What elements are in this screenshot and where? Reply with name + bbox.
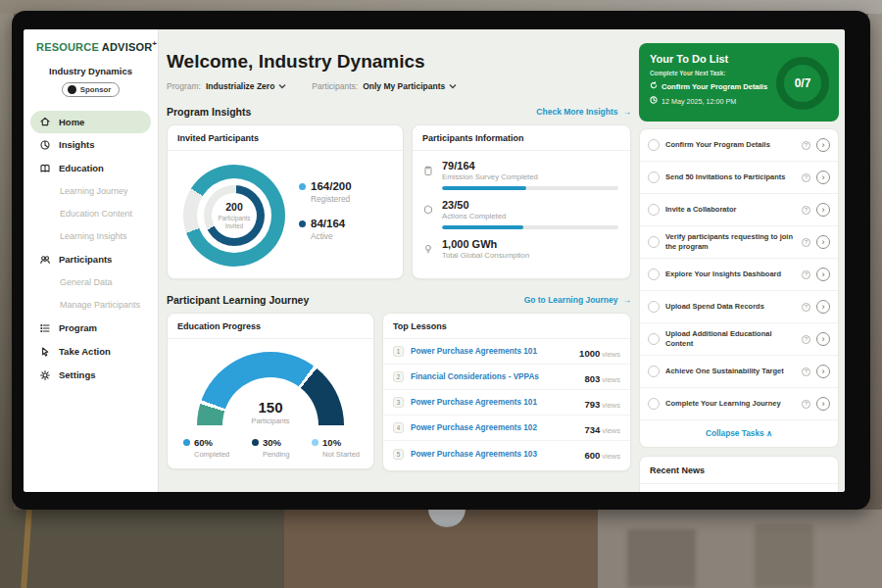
chevron-right-icon[interactable]: › <box>816 235 830 249</box>
task-row[interactable]: Verify participants requesting to join t… <box>640 226 838 259</box>
donut-center: 200 Participants Invited <box>183 165 285 267</box>
legend-item-not-started: 10% Not Started <box>312 437 360 459</box>
task-row[interactable]: Invite a Collaborator ? › <box>640 194 838 226</box>
hexagon-icon <box>422 199 435 229</box>
task-row[interactable]: Complete Your Learning Journey ? › <box>640 388 838 420</box>
task-row[interactable]: Upload Spend Data Records ? › <box>640 291 838 323</box>
sidebar-item-learning-insights[interactable]: Learning Insights <box>24 225 158 248</box>
sidebar-item-education[interactable]: Education <box>24 157 158 180</box>
info-icon[interactable]: ? <box>802 206 810 215</box>
metric-global-consumption: 1,000 GWh Total Global Consumption <box>422 238 618 260</box>
info-icon[interactable]: ? <box>802 400 810 409</box>
task-label: Upload Additional Educational Content <box>665 329 796 349</box>
chevron-right-icon[interactable]: › <box>816 171 830 184</box>
chevron-right-icon[interactable]: › <box>816 332 830 346</box>
chevron-right-icon[interactable]: › <box>816 365 830 378</box>
lesson-link[interactable]: Power Purchase Agreements 102 <box>411 423 577 432</box>
task-label: Verify participants requesting to join t… <box>665 232 796 252</box>
card-title: Participants Information <box>413 125 630 151</box>
sidebar-item-learning-journey[interactable]: Learning Journey <box>24 180 158 203</box>
info-icon[interactable]: ? <box>802 335 810 344</box>
chevron-right-icon[interactable]: › <box>816 397 830 411</box>
task-row[interactable]: Send 50 Invitations to Participants ? › <box>640 162 838 194</box>
lesson-link[interactable]: Power Purchase Agreements 103 <box>411 450 577 459</box>
lesson-link[interactable]: Power Purchase Agreements 101 <box>411 398 577 407</box>
todo-next-task[interactable]: Confirm Your Program Details <box>650 81 770 91</box>
sidebar-item-settings[interactable]: Settings <box>24 364 158 387</box>
todo-column: Your To Do List Complete Your Next Task:… <box>639 29 839 492</box>
card-title: Invited Participants <box>168 125 403 151</box>
task-checkbox[interactable] <box>648 333 660 345</box>
lesson-rank: 2 <box>393 371 404 382</box>
chevron-right-icon[interactable]: › <box>816 268 830 281</box>
task-checkbox[interactable] <box>648 366 660 377</box>
chevron-right-icon[interactable]: › <box>816 138 830 152</box>
task-checkbox[interactable] <box>648 204 660 216</box>
sidebar-item-label: Settings <box>59 369 95 380</box>
gauge-legend: 60% Completed 30% Pending 10% Not Starte… <box>168 425 373 459</box>
lesson-link[interactable]: Power Purchase Agreements 101 <box>411 347 572 356</box>
legend-value: 60% <box>194 437 213 448</box>
chevron-right-icon[interactable]: › <box>816 203 830 217</box>
org-name: Industry Dynamics <box>24 66 158 76</box>
invited-participants-card: Invited Participants 200 Particip <box>167 124 404 279</box>
sidebar-item-participants[interactable]: Participants <box>24 248 158 271</box>
todo-summary-panel: Your To Do List Complete Your Next Task:… <box>639 43 839 122</box>
sidebar-item-insights[interactable]: Insights <box>24 133 158 157</box>
task-row[interactable]: Upload Additional Educational Content ? … <box>640 323 838 356</box>
task-row[interactable]: Confirm Your Program Details ? › <box>640 129 838 162</box>
lesson-link[interactable]: Financial Considerations - VPPAs <box>411 372 577 381</box>
info-icon[interactable]: ? <box>802 141 810 150</box>
task-checkbox[interactable] <box>648 236 660 248</box>
sidebar-item-program[interactable]: Program <box>24 317 158 340</box>
info-icon[interactable]: ? <box>802 238 810 247</box>
info-icon[interactable]: ? <box>802 173 810 182</box>
lesson-views: 1000 <box>579 348 600 359</box>
check-more-insights-link[interactable]: Check More Insights → <box>536 107 631 117</box>
task-checkbox[interactable] <box>648 172 660 183</box>
task-checkbox[interactable] <box>648 139 660 151</box>
learning-cards-row: Education Progress 150 Participants <box>167 313 631 471</box>
sidebar-item-education-content[interactable]: Education Content <box>24 203 158 225</box>
card-title: Top Lessons <box>383 314 630 339</box>
participants-filter-dropdown[interactable]: Only My Participants <box>363 81 457 91</box>
collapse-tasks-link[interactable]: Collapse Tasks ∧ <box>640 420 838 447</box>
metric-label: Emission Survey Completed <box>442 172 618 181</box>
info-icon[interactable]: ? <box>802 368 810 376</box>
sidebar-item-home[interactable]: Home <box>30 111 151 133</box>
legend-value: 10% <box>322 437 341 448</box>
task-checkbox[interactable] <box>648 301 660 313</box>
go-to-learning-journey-link[interactable]: Go to Learning Journey → <box>524 295 631 305</box>
task-row[interactable]: Explore Your Insights Dashboard ? › <box>640 259 838 291</box>
task-label: Achieve One Sustainability Target <box>665 367 796 376</box>
legend-dot <box>312 439 318 446</box>
participants-information-card: Participants Information 79/164 Emission… <box>412 124 631 279</box>
todo-title: Your To Do List <box>650 53 770 65</box>
metric-label: Total Global Consumption <box>442 251 618 260</box>
bulb-icon <box>422 238 435 260</box>
sidebar-item-general-data[interactable]: General Data <box>24 271 158 294</box>
list-icon <box>38 321 51 334</box>
info-icon[interactable]: ? <box>802 303 810 312</box>
background-band-left <box>0 510 284 588</box>
sidebar-item-take-action[interactable]: Take Action <box>24 340 158 364</box>
legend-label: Active <box>311 231 352 241</box>
sidebar-item-manage-participants[interactable]: Manage Participants <box>24 294 158 317</box>
legend-value: 164/200 <box>311 180 352 192</box>
task-row[interactable]: Achieve One Sustainability Target ? › <box>640 356 838 388</box>
legend-label: Pending <box>263 450 290 459</box>
refresh-icon <box>650 81 658 91</box>
chevron-right-icon[interactable]: › <box>816 300 830 314</box>
sponsor-icon <box>68 85 76 94</box>
section-title: Participant Learning Journey <box>167 294 309 306</box>
program-filter-dropdown[interactable]: Industrialize Zero <box>206 81 286 91</box>
main-area: Welcome, Industry Dynamics Program: Indu… <box>159 29 845 492</box>
gear-icon <box>38 368 51 381</box>
program-filter-value: Industrialize Zero <box>206 81 274 91</box>
task-checkbox[interactable] <box>648 269 660 280</box>
info-icon[interactable]: ? <box>802 270 810 279</box>
task-checkbox[interactable] <box>648 398 660 410</box>
participants-filter-value: Only My Participants <box>363 81 445 91</box>
lesson-rank: 4 <box>393 422 404 433</box>
sidebar-item-label: Insights <box>59 139 94 150</box>
